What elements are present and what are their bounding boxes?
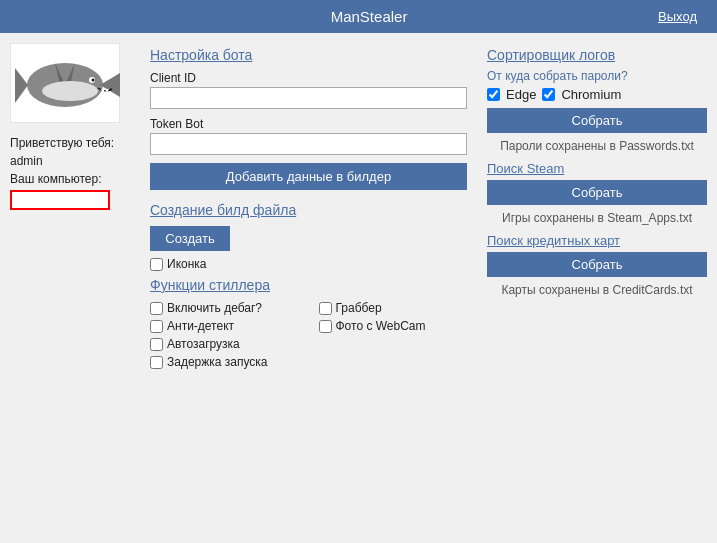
welcome-line1: Приветствую тебя:: [10, 136, 114, 150]
edge-checkbox[interactable]: [487, 88, 500, 101]
autoload-label: Автозагрузка: [167, 337, 240, 351]
icon-checkbox-row: Иконка: [150, 257, 467, 271]
token-bot-input[interactable]: [150, 133, 467, 155]
steam-link[interactable]: Поиск Steam: [487, 161, 707, 176]
autoload-checkbox[interactable]: [150, 338, 163, 351]
antidetect-label: Анти-детект: [167, 319, 234, 333]
left-panel: Приветствую тебя: admin Ваш компьютер:: [10, 43, 130, 373]
shark-logo: [10, 43, 120, 123]
antidetect-checkbox-row: Анти-детект: [150, 319, 299, 333]
chromium-checkbox[interactable]: [542, 88, 555, 101]
create-section: Создание билд файла Создать Иконка: [150, 202, 467, 271]
autoload-checkbox-row: Автозагрузка: [150, 337, 299, 351]
steam-section: Поиск Steam Собрать Игры сохранены в Ste…: [487, 161, 707, 225]
icon-checkbox[interactable]: [150, 258, 163, 271]
functions-grid: Включить дебаг? Анти-детект Автозагрузка…: [150, 301, 467, 373]
antidetect-checkbox[interactable]: [150, 320, 163, 333]
delay-checkbox[interactable]: [150, 356, 163, 369]
icon-label: Иконка: [167, 257, 207, 271]
passwords-section: От куда собрать пароли? Edge Chromium Со…: [487, 69, 707, 153]
debug-checkbox[interactable]: [150, 302, 163, 315]
svg-point-5: [42, 81, 98, 101]
app-title: ManStealer: [80, 8, 658, 25]
create-build-title: Создание билд файла: [150, 202, 467, 218]
grabber-label: Граббер: [336, 301, 382, 315]
where-label: От куда собрать пароли?: [487, 69, 707, 83]
chromium-label: Chromium: [561, 87, 621, 102]
token-bot-label: Token Bot: [150, 117, 467, 131]
create-button[interactable]: Создать: [150, 226, 230, 251]
webcam-label: Фото с WebCam: [336, 319, 426, 333]
functions-title: Функции стиллера: [150, 277, 467, 293]
svg-point-7: [92, 79, 95, 82]
welcome-text: Приветствую тебя: admin Ваш компьютер:: [10, 134, 130, 188]
cards-section: Поиск кредитных карт Собрать Карты сохра…: [487, 233, 707, 297]
browser-checkboxes: Edge Chromium: [487, 87, 707, 102]
collect-steam-button[interactable]: Собрать: [487, 180, 707, 205]
passwords-saved-text: Пароли сохранены в Passwords.txt: [487, 139, 707, 153]
computer-label: Ваш компьютер:: [10, 172, 101, 186]
client-id-label: Client ID: [150, 71, 467, 85]
computer-input[interactable]: [10, 190, 110, 210]
collect-cards-button[interactable]: Собрать: [487, 252, 707, 277]
webcam-checkbox[interactable]: [319, 320, 332, 333]
add-to-builder-button[interactable]: Добавить данные в билдер: [150, 163, 467, 190]
steam-saved-text: Игры сохранены в Steam_Apps.txt: [487, 211, 707, 225]
app-header: ManStealer Выход: [0, 0, 717, 33]
bot-settings-title: Настройка бота: [150, 47, 467, 63]
grabber-checkbox[interactable]: [319, 302, 332, 315]
client-id-input[interactable]: [150, 87, 467, 109]
right-panel: Сортировщик логов От куда собрать пароли…: [487, 43, 707, 373]
debug-label: Включить дебаг?: [167, 301, 262, 315]
admin-name: admin: [10, 154, 43, 168]
logout-button[interactable]: Выход: [658, 9, 697, 24]
debug-checkbox-row: Включить дебаг?: [150, 301, 299, 315]
functions-section: Функции стиллера Включить дебаг? Анти-де…: [150, 277, 467, 373]
cards-link[interactable]: Поиск кредитных карт: [487, 233, 707, 248]
delay-label: Задержка запуска: [167, 355, 268, 369]
center-panel: Настройка бота Client ID Token Bot Добав…: [140, 43, 477, 373]
webcam-checkbox-row: Фото с WebCam: [319, 319, 468, 333]
edge-label: Edge: [506, 87, 536, 102]
collect-passwords-button[interactable]: Собрать: [487, 108, 707, 133]
grabber-checkbox-row: Граббер: [319, 301, 468, 315]
delay-checkbox-row: Задержка запуска: [150, 355, 299, 369]
cards-saved-text: Карты сохранены в CreditCards.txt: [487, 283, 707, 297]
sorter-title: Сортировщик логов: [487, 47, 707, 63]
